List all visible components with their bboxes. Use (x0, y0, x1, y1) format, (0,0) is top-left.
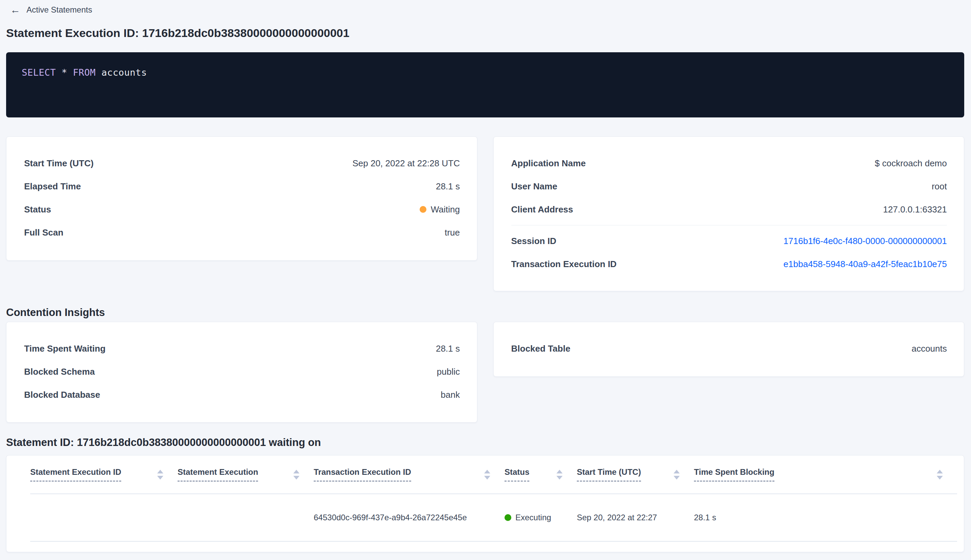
kv-row-blocked-table: Blocked Table accounts (511, 337, 947, 360)
status-text: Waiting (431, 204, 460, 215)
time-spent-waiting-value: 28.1 s (436, 343, 460, 354)
status-label: Status (24, 204, 51, 215)
contention-details-card: Time Spent Waiting 28.1 s Blocked Schema… (6, 322, 477, 423)
contention-cards-row: Time Spent Waiting 28.1 s Blocked Schema… (6, 322, 964, 423)
page-title: Statement Execution ID: 1716b218dc0b3838… (6, 26, 964, 40)
column-label: Transaction Execution ID (314, 467, 411, 482)
summary-cards-row: Start Time (UTC) Sep 20, 2022 at 22:28 U… (6, 137, 964, 291)
execution-details-card: Start Time (UTC) Sep 20, 2022 at 22:28 U… (6, 137, 477, 261)
kv-row-time-spent-waiting: Time Spent Waiting 28.1 s (24, 337, 460, 360)
cell-status: Executing (504, 494, 577, 541)
kv-row-start-time: Start Time (UTC) Sep 20, 2022 at 22:28 U… (24, 152, 460, 175)
sort-icon (937, 470, 943, 480)
waiting-statements-table: Statement Execution ID Statement Executi… (30, 455, 957, 542)
blocked-database-label: Blocked Database (24, 390, 100, 400)
status-text: Executing (516, 513, 551, 522)
user-name-label: User Name (511, 181, 557, 192)
cell-statement-execution-id (30, 494, 178, 541)
session-details-card: Application Name $ cockroach demo User N… (493, 137, 964, 291)
blocked-table-card: Blocked Table accounts (493, 322, 964, 377)
full-scan-value: true (445, 227, 460, 238)
table-header-row: Statement Execution ID Statement Executi… (30, 455, 957, 494)
kv-row-user-name: User Name root (511, 175, 947, 198)
sort-icon (484, 470, 490, 480)
kv-row-blocked-schema: Blocked Schema public (24, 360, 460, 383)
column-label: Statement Execution (178, 467, 258, 482)
user-name-value: root (932, 181, 947, 192)
contention-insights-heading: Contention Insights (6, 306, 964, 319)
statement-execution-page: ← Active Statements Statement Execution … (0, 3, 971, 552)
elapsed-time-label: Elapsed Time (24, 181, 81, 192)
full-scan-label: Full Scan (24, 227, 63, 238)
cell-transaction-execution-id: 64530d0c-969f-437e-a9b4-26a72245e45e (314, 494, 504, 541)
kv-row-session-id: Session ID 1716b1f6-4e0c-f480-0000-00000… (511, 230, 947, 253)
sql-keyword-from: FROM (73, 67, 96, 78)
sort-icon (157, 470, 163, 480)
blocked-database-value: bank (441, 390, 460, 400)
back-link-label: Active Statements (27, 5, 92, 15)
column-header-transaction-execution-id[interactable]: Transaction Execution ID (314, 455, 504, 494)
column-header-start-time[interactable]: Start Time (UTC) (577, 455, 694, 494)
table-row: 64530d0c-969f-437e-a9b4-26a72245e45e Exe… (30, 494, 957, 541)
sql-star-operator: * (62, 67, 67, 78)
kv-row-transaction-execution-id: Transaction Execution ID e1bba458-5948-4… (511, 253, 947, 276)
column-header-time-spent-blocking[interactable]: Time Spent Blocking (694, 455, 957, 494)
executing-status-dot-icon (504, 514, 511, 521)
waiting-on-heading: Statement ID: 1716b218dc0b38380000000000… (6, 436, 964, 449)
kv-row-blocked-database: Blocked Database bank (24, 383, 460, 406)
cell-start-time: Sep 20, 2022 at 22:27 (577, 494, 694, 541)
blocked-schema-value: public (437, 367, 460, 377)
sort-icon (674, 470, 680, 480)
column-label: Start Time (UTC) (577, 467, 641, 482)
start-time-value: Sep 20, 2022 at 22:28 UTC (352, 158, 460, 169)
sql-statement-box: SELECT * FROM accounts (6, 52, 964, 117)
waiting-status-dot-icon (420, 206, 426, 213)
start-time-label: Start Time (UTC) (24, 158, 94, 169)
status-value: Waiting (420, 204, 460, 215)
client-address-label: Client Address (511, 204, 574, 215)
column-header-statement-execution[interactable]: Statement Execution (178, 455, 314, 494)
session-id-label: Session ID (511, 236, 556, 247)
blocked-schema-label: Blocked Schema (24, 367, 95, 377)
transaction-execution-id-link[interactable]: e1bba458-5948-40a9-a42f-5feac1b10e75 (784, 259, 947, 270)
kv-row-full-scan: Full Scan true (24, 221, 460, 244)
cell-time-spent-blocking: 28.1 s (694, 494, 957, 541)
kv-row-status: Status Waiting (24, 198, 460, 221)
sort-icon (293, 470, 299, 480)
time-spent-waiting-label: Time Spent Waiting (24, 343, 105, 354)
back-link[interactable]: ← Active Statements (10, 3, 92, 16)
elapsed-time-value: 28.1 s (436, 181, 460, 192)
sort-icon (556, 470, 562, 480)
sql-table-identifier: accounts (102, 67, 147, 78)
cell-statement-execution (178, 494, 314, 541)
waiting-statements-table-card: Statement Execution ID Statement Executi… (6, 455, 964, 552)
client-address-value: 127.0.0.1:63321 (883, 204, 947, 215)
column-header-statement-execution-id[interactable]: Statement Execution ID (30, 455, 178, 494)
kv-row-client-address: Client Address 127.0.0.1:63321 (511, 198, 947, 221)
blocked-table-label: Blocked Table (511, 343, 571, 354)
application-name-label: Application Name (511, 158, 586, 169)
session-id-link[interactable]: 1716b1f6-4e0c-f480-0000-000000000001 (784, 236, 947, 247)
column-label: Status (504, 467, 529, 482)
application-name-value: $ cockroach demo (875, 158, 947, 169)
blocked-table-value: accounts (912, 343, 947, 354)
back-arrow-icon: ← (10, 5, 20, 15)
card-divider (511, 225, 947, 225)
sql-keyword-select: SELECT (22, 67, 56, 78)
column-label: Statement Execution ID (30, 467, 121, 482)
kv-row-application-name: Application Name $ cockroach demo (511, 152, 947, 175)
column-label: Time Spent Blocking (694, 467, 774, 482)
kv-row-elapsed-time: Elapsed Time 28.1 s (24, 175, 460, 198)
column-header-status[interactable]: Status (504, 455, 577, 494)
transaction-execution-id-label: Transaction Execution ID (511, 259, 617, 270)
